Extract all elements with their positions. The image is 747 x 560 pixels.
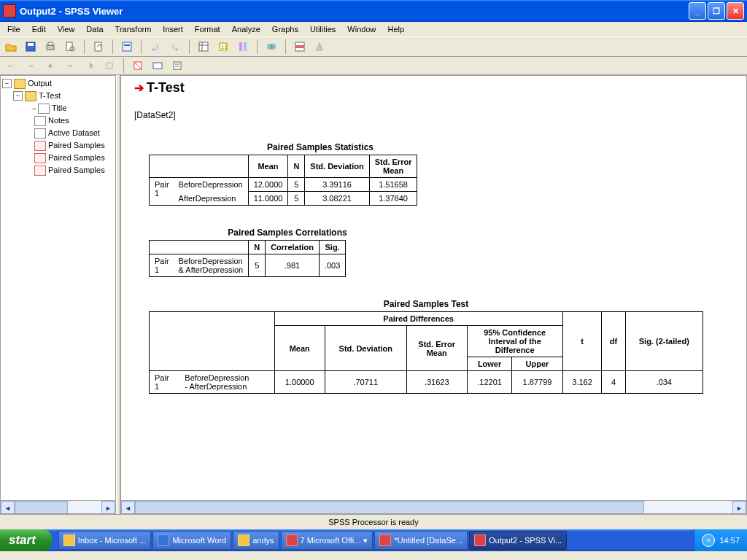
col-se: Std. ErrorMean [406, 326, 467, 371]
svg-rect-4 [66, 42, 72, 50]
col-sig: Sig. [319, 241, 345, 254]
dataset-label: [DataSet2] [134, 110, 733, 120]
forward-icon[interactable]: → [23, 58, 39, 74]
tray-expand-icon[interactable]: < [702, 534, 715, 547]
menu-analyze[interactable]: Analyze [226, 23, 266, 35]
page-icon [34, 128, 46, 139]
demote-icon[interactable]: − [62, 58, 78, 74]
svg-rect-3 [48, 42, 53, 45]
open-icon[interactable] [3, 39, 19, 55]
taskbar-item[interactable]: 7 Microsoft Offi...▾ [281, 531, 374, 550]
content-scrollbar-horizontal[interactable]: ◄ ► [121, 500, 746, 513]
col-sd: Std. Deviation [305, 155, 369, 178]
select-cases-icon[interactable] [292, 39, 308, 55]
clock: 14:57 [719, 536, 740, 545]
tree-group[interactable]: − T-Test [2, 90, 114, 102]
tree-item[interactable]: → Title [2, 102, 114, 114]
svg-rect-2 [47, 45, 54, 50]
export-icon[interactable] [90, 39, 107, 55]
variables-icon[interactable] [235, 39, 251, 55]
tree-root[interactable]: − Output [2, 77, 114, 90]
col-mean: Mean [248, 155, 288, 178]
table-row: AfterDepression 11.0000 5 3.08221 1.3784… [150, 192, 417, 206]
undo-icon[interactable] [147, 39, 163, 55]
tree-item-label: Notes [48, 114, 69, 127]
weight-cases-icon[interactable] [311, 39, 328, 55]
print-icon[interactable] [42, 39, 58, 55]
menu-utilities[interactable]: Utilities [304, 23, 341, 35]
close-button[interactable]: ✕ [727, 2, 744, 20]
col-corr: Correlation [266, 241, 320, 254]
menu-edit[interactable]: Edit [26, 23, 52, 35]
maximize-button[interactable]: ❐ [708, 2, 725, 20]
print-preview-icon[interactable] [62, 39, 78, 55]
table-row: Pair1 BeforeDepression& AfterDepression … [150, 254, 346, 277]
collapse-toggle-icon[interactable]: − [13, 91, 23, 101]
promote-icon[interactable]: + [42, 58, 58, 74]
menu-data[interactable]: Data [80, 23, 109, 35]
insert-text-icon[interactable] [169, 58, 185, 74]
tree-item[interactable]: Paired Samples [2, 139, 114, 152]
goto-case-icon[interactable]: 12 [215, 39, 231, 55]
redo-icon[interactable] [167, 39, 183, 55]
expand-icon[interactable] [101, 58, 117, 74]
tree-scrollbar-horizontal[interactable]: ◄ ► [1, 500, 115, 513]
tree-root-label: Output [28, 77, 52, 90]
taskbar-item[interactable]: andys [233, 531, 279, 550]
col-sig2t: Sig. (2-tailed) [625, 312, 703, 371]
svg-rect-19 [295, 45, 304, 48]
menu-format[interactable]: Format [189, 23, 226, 35]
statusbar: SPSS Processor is ready [0, 514, 747, 529]
menu-transform[interactable]: Transform [109, 23, 158, 35]
menu-file[interactable]: File [1, 23, 26, 35]
svg-rect-6 [95, 42, 101, 51]
menu-insert[interactable]: Insert [157, 23, 189, 35]
collapse-icon[interactable] [82, 58, 98, 74]
table-row: Pair1 BeforeDepression 12.0000 5 3.39116… [150, 178, 417, 192]
menu-view[interactable]: View [52, 23, 81, 35]
taskbar-item[interactable]: Inbox - Microsoft ... [58, 531, 152, 550]
tree-item[interactable]: Paired Samples [2, 152, 114, 164]
taskbar-item-active[interactable]: Output2 - SPSS Vi... [469, 531, 567, 550]
back-icon[interactable]: ← [3, 58, 19, 74]
start-button[interactable]: start [0, 529, 52, 551]
col-mean: Mean [274, 326, 325, 371]
col-sd: Std. Deviation [325, 326, 406, 371]
status-text: SPSS Processor is ready [328, 518, 419, 526]
folder-icon [14, 79, 26, 89]
table-paired-correlations[interactable]: N Correlation Sig. Pair1 BeforeDepressio… [149, 240, 346, 277]
taskbar-item[interactable]: Microsoft Word [152, 531, 231, 550]
col-t: t [562, 312, 602, 371]
tree-item[interactable]: Paired Samples [2, 164, 114, 176]
dialog-recall-icon[interactable] [119, 39, 135, 55]
windows-taskbar: start Inbox - Microsoft ... Microsoft Wo… [0, 529, 747, 551]
table3-title: Paired Samples Test [149, 299, 703, 309]
tree-item-label: Active Dataset [48, 127, 100, 139]
tree-item[interactable]: Active Dataset [2, 127, 114, 139]
tree-item[interactable]: Notes [2, 114, 114, 127]
table-paired-statistics[interactable]: Mean N Std. Deviation Std. ErrorMean Pai… [149, 155, 417, 206]
tree-item-label: Title [52, 102, 66, 114]
table-row: Pair1 BeforeDepression- AfterDepression … [150, 371, 703, 394]
arrow-right-icon: ➔ [134, 82, 144, 94]
taskbar-item[interactable]: *Untitled [DataSe... [374, 531, 468, 550]
menu-graphs[interactable]: Graphs [266, 23, 304, 35]
scroll-left-icon[interactable]: ◄ [1, 501, 15, 514]
goto-data-icon[interactable] [196, 39, 212, 55]
insert-heading-icon[interactable] [150, 58, 166, 74]
menu-help[interactable]: Help [382, 23, 410, 35]
minimize-button[interactable]: _ [689, 2, 706, 20]
table-icon [34, 153, 46, 163]
table-paired-test[interactable]: Paired Differences t df Sig. (2-tailed) … [149, 311, 703, 394]
system-tray[interactable]: < 14:57 [694, 529, 747, 551]
window-title: Output2 - SPSS Viewer [20, 6, 689, 17]
scroll-left-icon[interactable]: ◄ [121, 501, 135, 514]
scroll-right-icon[interactable]: ► [732, 501, 746, 514]
collapse-toggle-icon[interactable]: − [2, 79, 12, 88]
save-icon[interactable] [23, 39, 39, 55]
menu-window[interactable]: Window [341, 23, 382, 35]
use-sets-icon[interactable] [263, 39, 279, 55]
scroll-right-icon[interactable]: ► [101, 501, 115, 514]
show-hide-icon[interactable] [130, 58, 146, 74]
svg-rect-7 [123, 42, 131, 51]
